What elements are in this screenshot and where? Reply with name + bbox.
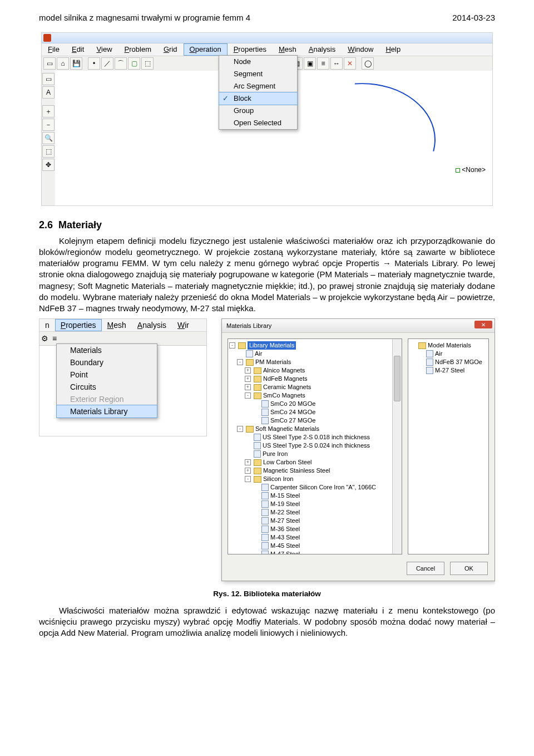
menuitem-open-selected[interactable]: Open Selected	[219, 117, 297, 129]
menu-problem[interactable]: Problem	[118, 43, 157, 56]
tree-item[interactable]: M-27 Steel	[409, 366, 487, 375]
text-tool-icon[interactable]: A	[42, 86, 55, 99]
zoom-window-icon[interactable]: ⬚	[42, 145, 55, 158]
expand-icon[interactable]: -	[229, 342, 235, 348]
block-tool-icon[interactable]: ▢	[128, 57, 140, 70]
menuitem-block[interactable]: ✓Block	[219, 92, 298, 105]
menuitem2-materials[interactable]: Materials	[57, 344, 157, 356]
menubar-2[interactable]: nPropertiesMeshAnalysisWir	[39, 319, 206, 332]
zoom-in-icon[interactable]: ＋	[42, 105, 55, 117]
expand-icon[interactable]: +	[245, 468, 251, 474]
tree-item[interactable]: +Magnetic Stainless Steel	[229, 467, 400, 475]
expand-icon[interactable]: +	[245, 367, 251, 374]
expand-icon[interactable]: +	[245, 459, 251, 465]
tree-item[interactable]: Air	[409, 350, 487, 358]
menu-help[interactable]: Help	[379, 43, 407, 56]
menu2-analysis[interactable]: Analysis	[132, 319, 172, 331]
expand-icon[interactable]: -	[237, 426, 243, 432]
tree-item[interactable]: Pure Iron	[229, 450, 400, 458]
tree-item[interactable]: Carpenter Silicon Core Iron "A", 1066C	[229, 483, 400, 492]
new-file-icon[interactable]: ▭	[43, 57, 56, 70]
menu-view[interactable]: View	[90, 43, 118, 56]
menuitem-node[interactable]: Node	[219, 56, 297, 68]
segment-tool-icon[interactable]: ／	[101, 57, 113, 70]
operation-dropdown[interactable]: NodeSegmentArc Segment✓BlockGroupOpen Se…	[219, 55, 298, 130]
tree-item[interactable]: SmCo 24 MGOe	[229, 408, 400, 416]
close-icon[interactable]: ✕	[474, 321, 492, 328]
tree-item[interactable]: US Steel Type 2-S 0.018 inch thickness	[229, 433, 400, 441]
menu-operation[interactable]: Operation	[184, 43, 228, 56]
properties-dropdown[interactable]: MaterialsBoundaryPointCircuitsExterior R…	[56, 343, 157, 418]
scrollbar-thumb[interactable]	[394, 356, 400, 401]
menu2-properties[interactable]: Properties	[55, 319, 102, 331]
move-icon[interactable]: ↔	[330, 57, 343, 70]
tree-item[interactable]: +NdFeB Magnets	[229, 375, 400, 383]
tree-item[interactable]: -Soft Magnetic Materials	[229, 425, 400, 433]
tree-item[interactable]: M-19 Steel	[229, 500, 400, 508]
menu2-mesh[interactable]: Mesh	[102, 319, 132, 331]
cancel-button[interactable]: Cancel	[407, 562, 444, 575]
scrollbar[interactable]	[392, 339, 402, 554]
tree-item[interactable]: M-15 Steel	[229, 492, 400, 500]
tree-item[interactable]: -Library Materials	[229, 341, 400, 350]
model-tree[interactable]: Model MaterialsAirNdFeB 37 MGOeM-27 Stee…	[408, 338, 489, 554]
rect-tool-icon[interactable]: ▭	[42, 73, 55, 85]
config-icon[interactable]: ⚙	[41, 333, 51, 343]
tree-item[interactable]: M-43 Steel	[229, 533, 400, 542]
menu-properties[interactable]: Properties	[228, 43, 273, 56]
menuitem2-boundary[interactable]: Boundary	[57, 356, 157, 369]
tree-item[interactable]: M-47 Steel	[229, 550, 400, 554]
delete-icon[interactable]: ✕	[344, 57, 356, 70]
menuitem-segment[interactable]: Segment	[219, 68, 297, 80]
tree-item[interactable]: -Silicon Iron	[229, 475, 400, 483]
tree-item[interactable]: M-36 Steel	[229, 525, 400, 533]
run-icon[interactable]: ◯	[362, 57, 374, 70]
menu-file[interactable]: File	[42, 43, 66, 56]
tree-item[interactable]: Model Materials	[409, 341, 487, 350]
menuitem2-exterior-region[interactable]: Exterior Region	[57, 393, 157, 405]
ok-button[interactable]: OK	[450, 562, 488, 575]
menu-edit[interactable]: Edit	[66, 43, 90, 56]
menuitem-group[interactable]: Group	[219, 105, 297, 117]
open-file-icon[interactable]: ⌂	[57, 57, 69, 70]
tree-item[interactable]: Air	[229, 350, 400, 358]
arc-tool-icon[interactable]: ⌒	[115, 57, 127, 70]
menuitem2-point[interactable]: Point	[57, 369, 157, 381]
menu-analysis[interactable]: Analysis	[303, 43, 342, 56]
expand-icon[interactable]: -	[245, 476, 251, 482]
menubar[interactable]: FileEditViewProblemGridOperationProperti…	[42, 43, 492, 56]
expand-icon[interactable]: +	[245, 376, 251, 382]
tree-item[interactable]: US Steel Type 2-S 0.024 inch thickness	[229, 441, 400, 450]
tree-item[interactable]: -PM Materials	[229, 358, 400, 366]
tree-item[interactable]: NdFeB 37 MGOe	[409, 358, 487, 366]
pan-icon[interactable]: ✥	[42, 159, 55, 171]
tree-item[interactable]: SmCo 20 MGOe	[229, 400, 400, 408]
equals-icon[interactable]: ≡	[52, 333, 62, 343]
tree-item[interactable]: +Ceramic Magnets	[229, 383, 400, 391]
equals-icon[interactable]: ≡	[317, 57, 329, 70]
node-tool-icon[interactable]: •	[88, 57, 100, 70]
tree-item[interactable]: +Alnico Magnets	[229, 366, 400, 375]
menu2-n[interactable]: n	[39, 319, 55, 331]
center-icon[interactable]: ▣	[304, 57, 316, 70]
tree-item[interactable]: -SmCo Magnets	[229, 391, 400, 400]
side-toolbar[interactable]: ▭ A ＋ － 🔍 ⬚ ✥	[42, 71, 56, 205]
menu-mesh[interactable]: Mesh	[273, 43, 303, 56]
tree-item[interactable]: M-45 Steel	[229, 542, 400, 550]
menuitem-arc-segment[interactable]: Arc Segment	[219, 80, 297, 92]
tree-item[interactable]: M-22 Steel	[229, 508, 400, 517]
expand-icon[interactable]: -	[237, 359, 243, 365]
expand-icon[interactable]: +	[245, 384, 251, 390]
tree-item[interactable]: M-27 Steel	[229, 517, 400, 525]
zoom-fit-icon[interactable]: 🔍	[42, 132, 55, 144]
zoom-out-icon[interactable]: －	[42, 119, 55, 131]
save-icon[interactable]: 💾	[70, 57, 82, 70]
expand-icon[interactable]: -	[245, 392, 251, 399]
dialog-titlebar[interactable]: Materials Library ✕	[222, 319, 495, 333]
tree-item[interactable]: +Low Carbon Steel	[229, 458, 400, 467]
menuitem2-materials-library[interactable]: Materials Library	[56, 405, 157, 418]
group-tool-icon[interactable]: ⬚	[141, 57, 154, 70]
tree-item[interactable]: SmCo 27 MGOe	[229, 416, 400, 425]
menu2-wir[interactable]: Wir	[172, 319, 195, 331]
menuitem2-circuits[interactable]: Circuits	[57, 381, 157, 393]
